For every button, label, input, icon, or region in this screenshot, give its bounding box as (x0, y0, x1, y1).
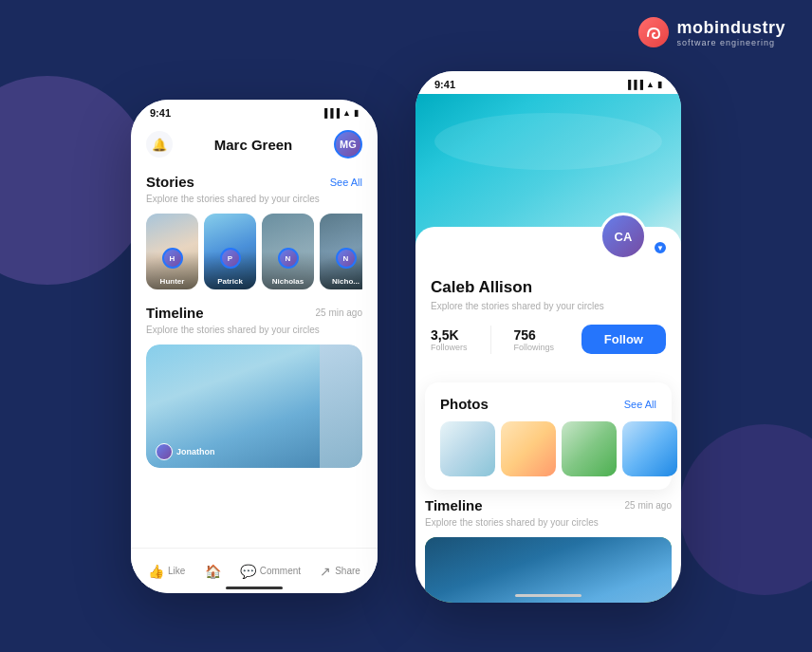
profile-cover: CA ▼ (415, 94, 681, 265)
stories-see-all[interactable]: See All (330, 177, 362, 188)
timeline-time-right: 25 min ago (625, 500, 672, 511)
photos-see-all[interactable]: See All (624, 399, 656, 410)
followers-count: 3,5K (431, 327, 468, 343)
battery-icon-r: ▮ (657, 80, 662, 89)
battery-icon: ▮ (354, 108, 359, 118)
story-avatar-3: N (278, 248, 299, 269)
home-indicator-left (226, 587, 283, 589)
timeline-card-right: Timeline 25 min ago Explore the stories … (425, 497, 672, 603)
nav-comment-label: Comment (260, 566, 301, 576)
home-indicator-right (515, 594, 581, 597)
home-icon: 🏠 (205, 564, 221, 579)
stories-row: H Hunter P Patrick N Nicholas (146, 214, 362, 289)
timeline-main-img: Jonathon (146, 345, 320, 468)
wifi-icon-r: ▲ (646, 80, 655, 89)
story-name-4: Nicho... (332, 277, 360, 286)
stories-header: Stories See All (146, 174, 362, 190)
comment-icon: 💬 (240, 564, 256, 579)
signal-icon: ▐▐▐ (322, 108, 340, 118)
profile-body: Caleb Allison Explore the stories shared… (415, 265, 681, 382)
phone-right: 9:41 ▐▐▐ ▲ ▮ CA ▼ Caleb Allison Explore … (415, 71, 681, 603)
profile-avatar: CA (600, 213, 647, 260)
profile-description: Explore the stories shared by your circl… (431, 301, 666, 311)
bell-icon[interactable]: 🔔 (146, 131, 173, 158)
story-item-2[interactable]: P Patrick (204, 214, 256, 289)
nav-share-label: Share (335, 566, 360, 576)
profile-name: Caleb Allison (431, 278, 666, 297)
timeline-avatar-1 (156, 443, 173, 460)
story-name-2: Patrick (217, 277, 243, 286)
photo-4[interactable] (622, 421, 677, 476)
status-icons-right: ▐▐▐ ▲ ▮ (625, 80, 662, 89)
top-nav-left: 🔔 Marc Green MG (146, 130, 362, 158)
user-avatar[interactable]: MG (334, 130, 362, 158)
stories-title: Stories (146, 174, 194, 190)
brand-name: mobindustry (676, 18, 785, 38)
photo-3[interactable] (562, 421, 617, 476)
story-avatar-4: N (336, 248, 357, 269)
branding: mobindustry software engineering (638, 17, 785, 47)
stories-subtitle: Explore the stories shared by your circl… (146, 194, 362, 204)
phone-left-content: 🔔 Marc Green MG Stories See All Explore … (131, 122, 378, 587)
timeline-person-name: Jonathon (176, 447, 215, 456)
nav-home[interactable]: 🏠 (205, 564, 221, 579)
photo-1[interactable] (440, 421, 495, 476)
timeline-header-right: Timeline 25 min ago (425, 497, 672, 513)
status-time-right: 9:41 (434, 79, 455, 90)
story-item-1[interactable]: H Hunter (146, 214, 198, 289)
wifi-icon: ▲ (342, 108, 351, 118)
timeline-image-left: Jonathon (146, 345, 362, 468)
followers-label: Followers (431, 343, 468, 352)
phone-left: 9:41 ▐▐▐ ▲ ▮ 🔔 Marc Green MG Stories See… (131, 100, 378, 593)
photos-card: Photos See All +23 (425, 382, 672, 490)
timeline-sub-right: Explore the stories shared by your circl… (425, 517, 672, 528)
followings-count: 756 (514, 327, 555, 343)
brand-tagline: software engineering (676, 38, 785, 47)
brand-text: mobindustry software engineering (676, 18, 785, 47)
brand-logo-icon (638, 17, 669, 47)
profile-verified-badge: ▼ (653, 240, 668, 255)
like-icon: 👍 (148, 564, 164, 579)
profile-stats: 3,5K Followers 756 Followings Follow (431, 325, 666, 354)
photos-header: Photos See All (440, 396, 656, 412)
nav-like[interactable]: 👍 Like (148, 564, 185, 579)
photo-2[interactable] (501, 421, 556, 476)
phones-container: 9:41 ▐▐▐ ▲ ▮ 🔔 Marc Green MG Stories See… (27, 47, 785, 645)
photos-grid: +23 (440, 421, 656, 476)
phone-notch-right (510, 71, 586, 90)
story-name-1: Hunter (160, 277, 185, 286)
timeline-cover-image-right (425, 537, 672, 603)
phone-notch-left (216, 100, 292, 119)
story-item-4[interactable]: N Nicho... (320, 214, 362, 289)
timeline-side-img (320, 345, 362, 468)
follow-button[interactable]: Follow (581, 325, 666, 354)
timeline-title-left: Timeline (146, 305, 204, 321)
nav-comment[interactable]: 💬 Comment (240, 564, 301, 579)
story-avatar-2: P (220, 248, 241, 269)
user-name: Marc Green (214, 137, 293, 153)
nav-share[interactable]: ↗ Share (320, 564, 360, 579)
timeline-sub-left: Explore the stories shared by your circl… (146, 325, 362, 335)
timeline-person-label: Jonathon (156, 443, 215, 460)
story-name-3: Nicholas (272, 277, 304, 286)
nav-like-label: Like (168, 566, 185, 576)
followers-stat: 3,5K Followers (431, 327, 468, 352)
palm-tree-bg (425, 537, 672, 603)
timeline-title-right: Timeline (425, 497, 483, 513)
story-item-3[interactable]: N Nicholas (262, 214, 314, 289)
stat-divider (490, 326, 491, 354)
story-avatar-1: H (162, 248, 183, 269)
timeline-time-left: 25 min ago (316, 307, 362, 318)
status-icons-left: ▐▐▐ ▲ ▮ (322, 108, 359, 118)
photos-title: Photos (440, 396, 489, 412)
share-icon: ↗ (320, 564, 331, 579)
bottom-nav-left: 👍 Like 🏠 💬 Comment ↗ Share (131, 548, 378, 593)
signal-icon-r: ▐▐▐ (625, 80, 643, 89)
followings-label: Followings (514, 343, 555, 352)
timeline-header-left: Timeline 25 min ago (146, 305, 362, 321)
followings-stat: 756 Followings (514, 327, 555, 352)
status-time-left: 9:41 (150, 107, 171, 119)
